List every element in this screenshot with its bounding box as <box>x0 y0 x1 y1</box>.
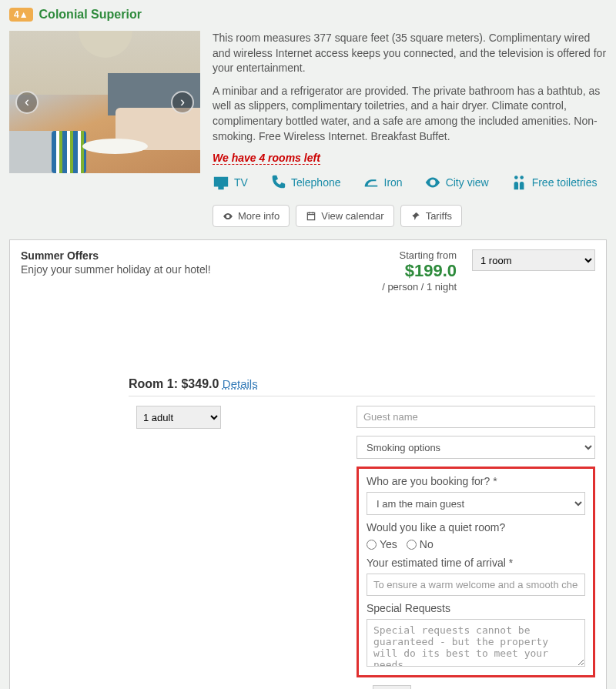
amenity-toiletries: Free toiletries <box>511 174 598 191</box>
svg-point-3 <box>520 176 524 179</box>
room-price-line: Room 1: $349.0 Details <box>129 377 595 396</box>
adults-select[interactable]: 1 adult <box>136 406 221 429</box>
price-starting-from: Starting from <box>382 249 457 261</box>
amenity-iron: Iron <box>363 174 403 191</box>
room-title: Colonial Superior <box>39 8 142 22</box>
eye-icon <box>223 211 233 222</box>
smoking-select[interactable]: Smoking options <box>357 436 595 459</box>
booking-for-select[interactable]: I am the main guest <box>367 492 585 515</box>
room-gallery: ‹ › <box>9 31 200 173</box>
room-description-2: A minibar and a refrigerator are provide… <box>213 84 607 144</box>
quiet-no-radio[interactable] <box>407 540 417 550</box>
amenity-telephone: Telephone <box>270 174 341 191</box>
special-requests-textarea[interactable] <box>367 619 585 667</box>
booking-panel: Summer Offers Enjoy your summer holiday … <box>9 239 607 689</box>
svg-rect-1 <box>219 187 223 189</box>
room-description-1: This room measures 377 square feet (35 s… <box>213 31 607 76</box>
telephone-icon <box>270 174 286 191</box>
calendar-icon <box>306 211 316 222</box>
special-requests-label: Special Requests <box>367 602 585 614</box>
people-icon <box>511 174 527 191</box>
iron-icon <box>363 174 380 191</box>
arrival-time-label: Your estimated time of arrival * <box>367 557 585 569</box>
price-per: / person / 1 night <box>382 281 457 293</box>
amenity-cityview: City view <box>424 174 489 191</box>
booking-for-label: Who are you booking for? * <box>367 475 585 487</box>
quiet-no-option[interactable]: No <box>407 538 434 550</box>
room-details-link[interactable]: Details <box>223 377 258 390</box>
guest-name-input[interactable] <box>357 406 595 428</box>
tv-icon <box>213 174 229 191</box>
rooms-left-notice: We have 4 rooms left <box>213 152 320 165</box>
quiet-room-label: Would you like a quiet room? <box>367 521 585 533</box>
quiet-yes-option[interactable]: Yes <box>367 538 397 550</box>
price-value: $199.0 <box>382 261 457 281</box>
highlighted-questions-box: Who are you booking for? * I am the main… <box>357 467 595 677</box>
amenity-tv: TV <box>213 174 248 191</box>
offer-subtitle: Enjoy your summer holiday at our hotel! <box>21 263 211 276</box>
spa-addon-qty[interactable]: 1 <box>373 685 411 689</box>
view-calendar-button[interactable]: View calendar <box>296 205 393 227</box>
arrival-time-input[interactable] <box>367 574 585 596</box>
tariffs-button[interactable]: Tariffs <box>400 205 462 227</box>
gallery-next-button[interactable]: › <box>171 91 194 114</box>
occupancy-badge: 4▲ <box>9 8 33 22</box>
pin-icon <box>410 211 421 222</box>
eye-icon <box>424 174 441 191</box>
amenities-row: TV Telephone Iron City view Free toiletr… <box>213 174 607 191</box>
gallery-prev-button[interactable]: ‹ <box>15 91 38 114</box>
offer-title: Summer Offers <box>21 249 211 262</box>
room-header: 4▲ Colonial Superior <box>9 8 607 22</box>
more-info-button[interactable]: More info <box>213 205 290 227</box>
svg-rect-0 <box>215 178 228 186</box>
quiet-yes-radio[interactable] <box>367 540 377 550</box>
room-count-select[interactable]: 1 room <box>472 249 595 271</box>
svg-point-2 <box>514 176 518 179</box>
